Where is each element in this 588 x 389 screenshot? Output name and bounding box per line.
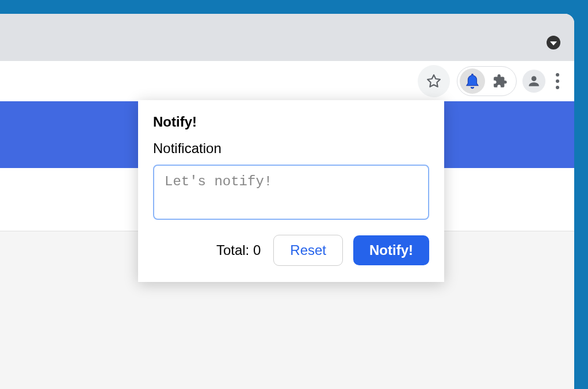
notification-label: Notification (153, 140, 429, 157)
extension-popup: Notify! Notification Total: 0 Reset Noti… (138, 100, 444, 282)
popup-actions: Total: 0 Reset Notify! (153, 235, 429, 266)
tab-bar (0, 14, 574, 61)
popup-title: Notify! (153, 114, 429, 130)
profile-icon (526, 74, 541, 89)
dot-icon (556, 79, 559, 83)
puzzle-icon (492, 74, 507, 89)
notify-button[interactable]: Notify! (353, 235, 429, 265)
bookmark-button[interactable] (418, 65, 450, 97)
extension-notify-button[interactable] (460, 68, 485, 94)
extensions-button[interactable] (488, 70, 511, 93)
browser-toolbar (0, 61, 574, 101)
chrome-menu-button[interactable] (551, 73, 564, 89)
notification-input[interactable] (153, 165, 429, 220)
total-count-label: Total: 0 (216, 242, 261, 258)
dot-icon (556, 73, 559, 77)
tabs-dropdown-button[interactable] (547, 36, 560, 49)
extension-pill (457, 66, 517, 96)
dot-icon (556, 86, 559, 89)
svg-point-0 (532, 76, 537, 81)
profile-button[interactable] (522, 70, 545, 93)
reset-button[interactable]: Reset (273, 235, 343, 266)
star-icon (426, 74, 441, 89)
bell-icon (464, 73, 481, 90)
